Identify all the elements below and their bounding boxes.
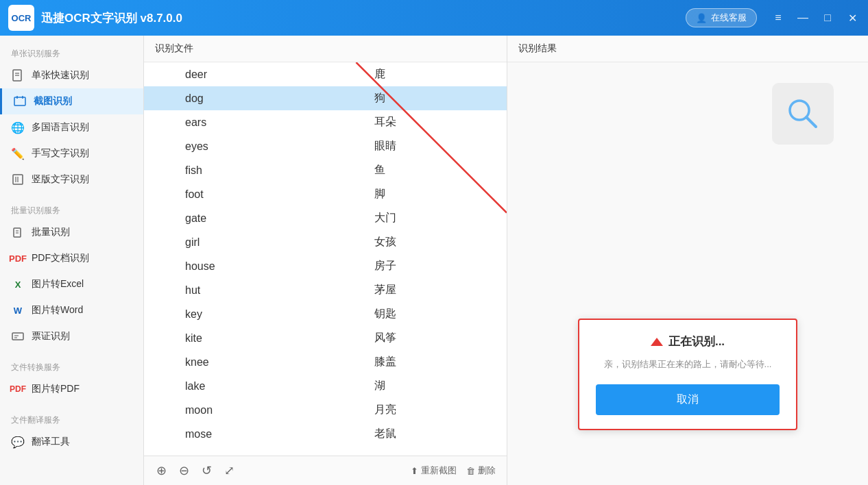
table-cell-en: house bbox=[144, 254, 333, 278]
sidebar-item-handwriting[interactable]: ✏️ 手写文字识别 bbox=[0, 140, 143, 166]
sidebar-item-img-excel[interactable]: X 图片转Excel bbox=[0, 271, 143, 297]
table-row: hut茅屋 bbox=[144, 278, 507, 302]
section-label-batch: 批量识别服务 bbox=[0, 199, 143, 219]
minimize-button[interactable]: — bbox=[795, 12, 810, 24]
dialog-triangle-icon bbox=[651, 338, 663, 346]
table-cell-zh: 鱼 bbox=[333, 158, 507, 182]
table-cell-en: moon bbox=[144, 398, 333, 422]
person-icon: 👤 bbox=[696, 13, 707, 23]
search-placeholder-icon bbox=[772, 83, 834, 145]
delete-button[interactable]: 🗑 删除 bbox=[466, 464, 496, 477]
table-row: dog狗 bbox=[144, 86, 507, 110]
sidebar-item-vertical[interactable]: 竖版文字识别 bbox=[0, 166, 143, 192]
rotate-button[interactable]: ↺ bbox=[200, 462, 213, 480]
table-cell-en: hut bbox=[144, 278, 333, 302]
table-cell-zh: 湖 bbox=[333, 374, 507, 398]
table-row: key钥匙 bbox=[144, 302, 507, 326]
close-button[interactable]: ✕ bbox=[845, 12, 860, 25]
excel-icon: X bbox=[11, 277, 25, 291]
pdf-icon: PDF bbox=[11, 251, 25, 265]
titlebar: OCR 迅捷OCR文字识别 v8.7.0.0 👤 在线客服 ≡ — □ ✕ bbox=[0, 0, 868, 36]
table-cell-en: kite bbox=[144, 326, 333, 350]
file-content: deer鹿dog狗ears耳朵eyes眼睛fish鱼foot脚gate大门gir… bbox=[144, 62, 507, 456]
sidebar-item-img-pdf[interactable]: PDF 图片转PDF bbox=[0, 376, 143, 402]
sidebar-label-vertical: 竖版文字识别 bbox=[32, 173, 89, 186]
app-logo: OCR bbox=[8, 5, 34, 31]
sidebar-item-single-quick[interactable]: 单张快速识别 bbox=[0, 62, 143, 88]
panels: 识别文件 deer鹿dog狗ears耳朵eyes眼睛fish鱼foot脚gate… bbox=[144, 36, 868, 485]
file-panel: 识别文件 deer鹿dog狗ears耳朵eyes眼睛fish鱼foot脚gate… bbox=[144, 36, 507, 485]
dialog-cancel-button[interactable]: 取消 bbox=[596, 384, 780, 415]
table-cell-en: fish bbox=[144, 158, 333, 182]
translate-icon: 💬 bbox=[11, 435, 25, 449]
table-row: house房子 bbox=[144, 254, 507, 278]
single-quick-icon bbox=[11, 69, 25, 82]
sidebar-item-img-word[interactable]: W 图片转Word bbox=[0, 297, 143, 323]
sidebar-label-handwriting: 手写文字识别 bbox=[32, 147, 89, 160]
table-cell-zh: 狗 bbox=[333, 86, 507, 110]
table-row: foot脚 bbox=[144, 182, 507, 206]
table-cell-zh: 脚 bbox=[333, 182, 507, 206]
table-cell-zh: 大门 bbox=[333, 206, 507, 230]
table-row: lake湖 bbox=[144, 374, 507, 398]
window-controls: ≡ — □ ✕ bbox=[771, 12, 860, 25]
screenshot-icon bbox=[13, 95, 27, 108]
table-row: ears耳朵 bbox=[144, 110, 507, 134]
table-row: moon月亮 bbox=[144, 398, 507, 422]
word-icon: W bbox=[11, 303, 25, 317]
maximize-button[interactable]: □ bbox=[820, 12, 835, 24]
dialog-title: 正在识别... bbox=[668, 334, 725, 349]
recapture-button[interactable]: ⬆ 重新截图 bbox=[411, 464, 457, 477]
sidebar-item-pdf[interactable]: PDF PDF文档识别 bbox=[0, 245, 143, 271]
sidebar-item-card[interactable]: 票证识别 bbox=[0, 323, 143, 349]
table-cell-zh: 风筝 bbox=[333, 326, 507, 350]
table-cell-zh: 茅屋 bbox=[333, 278, 507, 302]
table-cell-en: mose bbox=[144, 422, 333, 446]
section-label-convert: 文件转换服务 bbox=[0, 356, 143, 376]
sidebar-label-single-quick: 单张快速识别 bbox=[32, 69, 89, 82]
table-cell-zh: 女孩 bbox=[333, 230, 507, 254]
zoom-in-button[interactable]: ⊕ bbox=[155, 462, 168, 480]
table-row: fish鱼 bbox=[144, 158, 507, 182]
table-cell-en: girl bbox=[144, 230, 333, 254]
table-cell-en: knee bbox=[144, 350, 333, 374]
sidebar-label-img-pdf: 图片转PDF bbox=[32, 383, 80, 395]
fit-button[interactable]: ⤢ bbox=[223, 462, 236, 480]
vertical-icon bbox=[11, 173, 25, 186]
app-title: 迅捷OCR文字识别 v8.7.0.0 bbox=[41, 10, 686, 26]
card-icon bbox=[11, 329, 25, 343]
batch-icon bbox=[11, 225, 25, 239]
section-label-single: 单张识别服务 bbox=[0, 42, 143, 62]
dialog-message: 亲，识别结果正在来的路上，请耐心等待... bbox=[596, 358, 780, 372]
sidebar-item-translate[interactable]: 💬 翻译工具 bbox=[0, 429, 143, 455]
content-area: 识别文件 deer鹿dog狗ears耳朵eyes眼睛fish鱼foot脚gate… bbox=[144, 36, 868, 485]
svg-rect-3 bbox=[14, 97, 25, 105]
file-toolbar: ⊕ ⊖ ↺ ⤢ ⬆ 重新截图 🗑 删除 bbox=[144, 456, 507, 485]
table-cell-en: eyes bbox=[144, 134, 333, 158]
table-cell-en: dog bbox=[144, 86, 333, 110]
table-row: knee膝盖 bbox=[144, 350, 507, 374]
main-layout: 单张识别服务 单张快速识别 截图识别 🌐 多国语言识别 ✏️ 手写文字识别 bbox=[0, 36, 868, 485]
table-cell-zh: 老鼠 bbox=[333, 422, 507, 446]
zoom-out-button[interactable]: ⊖ bbox=[178, 462, 191, 480]
multilang-icon: 🌐 bbox=[11, 121, 25, 134]
sidebar-label-img-word: 图片转Word bbox=[32, 304, 83, 316]
online-service-button[interactable]: 👤 在线客服 bbox=[686, 8, 757, 27]
table-cell-zh: 耳朵 bbox=[333, 110, 507, 134]
menu-icon[interactable]: ≡ bbox=[771, 12, 786, 24]
recognition-dialog: 正在识别... 亲，识别结果正在来的路上，请耐心等待... 取消 bbox=[578, 319, 797, 430]
table-cell-zh: 月亮 bbox=[333, 398, 507, 422]
svg-line-17 bbox=[806, 117, 816, 127]
table-cell-en: deer bbox=[144, 62, 333, 86]
sidebar-item-multilang[interactable]: 🌐 多国语言识别 bbox=[0, 114, 143, 140]
handwriting-icon: ✏️ bbox=[11, 147, 25, 160]
sidebar-item-batch[interactable]: 批量识别 bbox=[0, 219, 143, 245]
table-cell-zh: 膝盖 bbox=[333, 350, 507, 374]
sidebar-item-screenshot[interactable]: 截图识别 bbox=[0, 88, 143, 114]
sidebar-label-translate: 翻译工具 bbox=[32, 436, 70, 448]
table-row: gate大门 bbox=[144, 206, 507, 230]
table-row: eyes眼睛 bbox=[144, 134, 507, 158]
sidebar-label-card: 票证识别 bbox=[32, 330, 70, 343]
table-cell-en: foot bbox=[144, 182, 333, 206]
sidebar-label-img-excel: 图片转Excel bbox=[32, 278, 84, 290]
